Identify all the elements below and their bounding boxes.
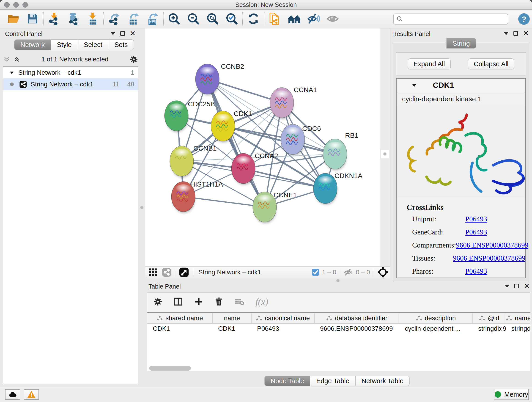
warnings-button[interactable] bbox=[24, 389, 39, 400]
column-header--id[interactable]: @id bbox=[473, 313, 506, 323]
network-node-CCNB2[interactable] bbox=[196, 64, 219, 95]
network-collection-row[interactable]: String Network – cdk1 1 bbox=[3, 67, 138, 78]
zoom-out-button[interactable] bbox=[186, 12, 200, 26]
panel-menu-icon[interactable] bbox=[505, 285, 509, 288]
node-result-header[interactable]: CDK1 bbox=[397, 79, 525, 92]
crosslink-value-link[interactable]: P06493 bbox=[465, 228, 487, 236]
node-count: 11 bbox=[113, 81, 119, 88]
crosslink-value-link[interactable]: 9606.ENSP00000378699 bbox=[456, 241, 528, 249]
network-view-mode-icon[interactable] bbox=[162, 268, 171, 277]
zoom-fit-button[interactable] bbox=[206, 12, 220, 26]
expand-all-button[interactable]: Expand All bbox=[408, 58, 451, 70]
tab-string[interactable]: String bbox=[446, 38, 476, 49]
import-table-from-file-button[interactable] bbox=[86, 12, 99, 26]
add-column-icon[interactable] bbox=[194, 297, 203, 306]
network-node-CCNA2[interactable] bbox=[231, 153, 255, 185]
collapse-all-button[interactable]: Collapse All bbox=[468, 58, 514, 70]
zoom-in-button[interactable] bbox=[167, 12, 181, 26]
column-header-shared-name[interactable]: shared name bbox=[147, 313, 213, 323]
export-image-button[interactable] bbox=[146, 12, 159, 26]
refresh-view-button[interactable] bbox=[247, 12, 260, 26]
share-document-button[interactable] bbox=[268, 12, 282, 26]
function-builder-icon-disabled: f(x) bbox=[255, 296, 268, 307]
table-cell: CDK1 bbox=[147, 324, 213, 334]
collapse-all-icon[interactable] bbox=[3, 56, 10, 63]
memory-button[interactable]: Memory bbox=[494, 389, 529, 400]
grid-view-icon[interactable] bbox=[148, 268, 158, 277]
app-window: Session: New Session bbox=[0, 0, 532, 402]
tab-node-table[interactable]: Node Table bbox=[264, 376, 310, 386]
network-node-CCNA1[interactable] bbox=[270, 88, 294, 119]
toggle-graphics-details-button[interactable] bbox=[307, 12, 320, 26]
save-session-button[interactable] bbox=[26, 12, 39, 26]
column-header-canonical-name[interactable]: canonical name bbox=[252, 313, 315, 323]
eye-slash-icon bbox=[307, 13, 320, 25]
tab-style[interactable]: Style bbox=[51, 39, 78, 50]
show-all-networks-button[interactable] bbox=[287, 12, 301, 26]
close-panel-icon[interactable]: ✕ bbox=[524, 284, 530, 288]
float-panel-icon[interactable] bbox=[514, 284, 519, 288]
crosslink-value-link[interactable]: 9606.ENSP00000378699 bbox=[453, 254, 525, 262]
birdseye-view-button[interactable] bbox=[326, 12, 340, 26]
panel-menu-icon[interactable] bbox=[504, 32, 508, 35]
table-panel-title: Table Panel bbox=[148, 282, 181, 291]
center-view-crosshair-icon[interactable] bbox=[378, 267, 388, 278]
close-panel-icon[interactable]: ✕ bbox=[523, 31, 529, 36]
column-header-database-identifier[interactable]: database identifier bbox=[315, 313, 399, 323]
section-collapse-icon[interactable] bbox=[411, 82, 417, 88]
panel-splitter-vertical[interactable] bbox=[380, 28, 390, 266]
zoom-selected-button[interactable] bbox=[225, 12, 239, 26]
cloud-status-button[interactable] bbox=[5, 389, 20, 400]
tab-network-table[interactable]: Network Table bbox=[355, 376, 410, 386]
network-node-CCNB1[interactable] bbox=[170, 146, 194, 177]
export-network-icon bbox=[108, 13, 120, 25]
panel-menu-icon[interactable] bbox=[111, 32, 115, 35]
splitter-handle[interactable] bbox=[381, 150, 389, 158]
node-label-CDC6: CDC6 bbox=[302, 125, 321, 132]
column-header-description[interactable]: description bbox=[399, 313, 473, 323]
status-bar: Memory bbox=[0, 387, 532, 402]
search-input[interactable] bbox=[403, 16, 502, 23]
table-settings-gear-icon[interactable] bbox=[153, 297, 162, 306]
export-table-button[interactable] bbox=[127, 12, 140, 26]
table-row[interactable]: CDK1CDK1P064939606.ENSP00000378699cyclin… bbox=[147, 324, 530, 334]
column-header-name[interactable]: name bbox=[213, 313, 252, 323]
search-field[interactable] bbox=[393, 13, 508, 25]
crosslink-value-link[interactable]: P06493 bbox=[465, 267, 487, 275]
network-node-CDK1[interactable] bbox=[211, 111, 235, 142]
network-node-CDKN1A[interactable] bbox=[313, 173, 337, 204]
float-panel-icon[interactable] bbox=[120, 31, 125, 36]
toolbar-separator bbox=[340, 268, 340, 277]
splitter-handle[interactable] bbox=[140, 206, 143, 209]
import-network-from-file-button[interactable] bbox=[47, 12, 61, 26]
tab-sets[interactable]: Sets bbox=[108, 39, 134, 50]
detach-view-icon[interactable] bbox=[179, 267, 189, 277]
show-columns-icon[interactable] bbox=[173, 297, 183, 306]
network-node-CDC25B[interactable] bbox=[165, 101, 188, 132]
network-node-CCNE1[interactable] bbox=[253, 192, 277, 223]
tree-expand-icon[interactable] bbox=[9, 70, 14, 75]
network-label: String Network – cdk1 bbox=[31, 81, 94, 88]
network-node-RB1[interactable] bbox=[323, 139, 347, 170]
crosslink-value-link[interactable]: P06493 bbox=[465, 215, 487, 223]
tab-select[interactable]: Select bbox=[78, 39, 109, 50]
eye-icon bbox=[326, 13, 339, 25]
close-panel-icon[interactable]: ✕ bbox=[130, 31, 136, 36]
export-network-button[interactable] bbox=[107, 12, 121, 26]
string-results-container: Expand All Collapse All CDK1 cyclin-depe… bbox=[393, 43, 529, 282]
network-row-selected[interactable]: String Network – cdk1 11 48 bbox=[3, 78, 138, 90]
column-header-namespac[interactable]: namespac bbox=[506, 313, 530, 323]
expand-all-icon[interactable] bbox=[13, 56, 20, 63]
delete-column-trash-icon[interactable] bbox=[214, 297, 223, 306]
import-network-from-database-button[interactable] bbox=[66, 12, 80, 26]
horizontal-scrollbar[interactable] bbox=[149, 366, 191, 370]
selected-nodes-checkbox-icon[interactable] bbox=[311, 268, 320, 276]
help-button[interactable]: ? bbox=[518, 13, 530, 25]
network-canvas[interactable]: CCNB2CCNA1CDC25BCDK1CDC6RB1CCNB1CCNA2CDK… bbox=[145, 28, 380, 266]
tab-edge-table[interactable]: Edge Table bbox=[310, 376, 355, 386]
open-session-button[interactable] bbox=[6, 12, 20, 26]
node-table: shared namenamecanonical namedatabase id… bbox=[147, 313, 530, 371]
float-panel-icon[interactable] bbox=[513, 31, 518, 36]
tab-network[interactable]: Network bbox=[14, 39, 51, 50]
gear-icon[interactable] bbox=[130, 55, 138, 64]
